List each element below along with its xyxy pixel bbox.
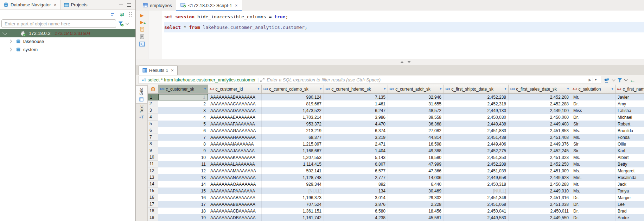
close-icon[interactable]: × <box>171 68 174 73</box>
table-row[interactable]: 66AAAAAAAAGAAAAAAA213,2196,37427,0822,45… <box>148 127 644 134</box>
grid-cell[interactable]: 2,450,288 <box>509 181 571 188</box>
grid-cell[interactable]: 2,451,438 <box>444 134 509 141</box>
apply-filter-icon[interactable]: ▶ <box>588 78 591 82</box>
tab-script-1[interactable]: <172.18.0.2> Script-1 × <box>176 0 242 11</box>
grid-cell[interactable]: 11 <box>158 161 208 167</box>
table-row[interactable]: 1111AAAAAAAALAAAAAAA1,114,4156,80747,999… <box>148 161 644 167</box>
grid-cell[interactable]: 16,598 <box>388 141 444 147</box>
row-number[interactable]: 15 <box>148 188 158 194</box>
table-row[interactable]: 11AAAAAAAABAAAAAAA980,1247,13532,9462,45… <box>148 94 644 100</box>
grid-cell[interactable]: 48,572 <box>388 107 444 114</box>
table-row[interactable]: 1010AAAAAAAAKAAAAAAA1,207,5535,14319,580… <box>148 154 644 161</box>
grid-cell[interactable]: 1,161,742 <box>262 214 324 221</box>
grid-cell[interactable]: 2,452,288 <box>509 100 571 107</box>
grid-cell[interactable]: 707,524 <box>262 201 324 208</box>
filter-funnel-icon[interactable] <box>118 21 124 26</box>
explain-plan-button[interactable] <box>140 34 145 39</box>
minimize-icon[interactable] <box>119 5 123 5</box>
grid-cell[interactable]: AAAAAAAABAAAAAAA <box>208 94 262 100</box>
grid-cell[interactable]: Sir <box>571 121 616 127</box>
grid-cell[interactable]: Dr. <box>571 100 616 107</box>
grid-cell[interactable]: 14,006 <box>388 174 444 181</box>
grid-cell[interactable]: Mr. <box>571 94 616 100</box>
grid-cell[interactable]: 1,461 <box>324 100 388 107</box>
grid-cell[interactable]: 5,143 <box>324 154 388 161</box>
grid-cell[interactable]: 2,452,258 <box>509 161 571 167</box>
grid-cell[interactable]: 2,449,408 <box>509 121 571 127</box>
grid-cell[interactable]: 2,452,238 <box>444 94 509 100</box>
table-row[interactable]: 1414AAAAAAAAOAAAAAAA929,3448926,4402,450… <box>148 181 644 188</box>
table-row[interactable]: 1515AAAAAAAAPAAAAAAA[NULL]13430,469[NULL… <box>148 188 644 194</box>
grid-cell[interactable]: 2,452,245 <box>509 147 571 154</box>
grid-cell[interactable]: 19 <box>158 214 208 221</box>
grid-cell[interactable]: 2,450,041 <box>444 208 509 214</box>
grid-cell[interactable]: 10 <box>158 154 208 161</box>
grid-cell[interactable]: AAAAAAAAOAAAAAAA <box>208 181 262 188</box>
grid-cell[interactable]: 892 <box>324 181 388 188</box>
grid-cell[interactable]: Ms. <box>571 134 616 141</box>
erase-filter-icon[interactable] <box>604 78 610 83</box>
table-row[interactable]: 22AAAAAAAACAAAAAAA819,6671,46131,6552,45… <box>148 100 644 107</box>
grid-cell[interactable]: Rosalinda <box>616 174 644 181</box>
grid-cell[interactable]: Ms. <box>571 127 616 134</box>
grid-cell[interactable]: 1,196,373 <box>262 194 324 201</box>
grid-cell[interactable]: AAAAAAAAMAAAAAAA <box>208 167 262 174</box>
expand-filter-icon[interactable] <box>260 78 264 82</box>
grid-cell[interactable]: 1,215,897 <box>262 141 324 147</box>
column-header-c_customer_id[interactable]: A-zc_customer_id▼ <box>208 85 262 93</box>
grid-cell[interactable]: 2,451,346 <box>444 194 509 201</box>
row-number[interactable]: 17 <box>148 201 158 208</box>
sort-dropdown-icon[interactable]: ▼ <box>611 87 614 91</box>
column-header-c_first_sales_date_sk[interactable]: 123c_first_sales_date_sk▼ <box>509 85 571 93</box>
grid-cell[interactable]: 2,451,853 <box>509 127 571 134</box>
tab-projects[interactable]: Projects <box>60 0 91 10</box>
row-number[interactable]: 12 <box>148 167 158 174</box>
grid-cell[interactable]: 36,368 <box>388 121 444 127</box>
filter-history-dropdown-icon[interactable]: ▼ <box>594 78 597 81</box>
grid-cell[interactable]: [NULL] <box>444 188 509 194</box>
grid-cell[interactable]: AAAAAAAAJAAAAAAA <box>208 147 262 154</box>
column-header-c_salutation[interactable]: A-zc_salutation▼ <box>571 85 616 93</box>
grid-cell[interactable]: 7,135 <box>324 94 388 100</box>
execute-statement-button[interactable]: ▶ <box>140 13 144 18</box>
grid-cell[interactable]: 49,388 <box>388 147 444 154</box>
open-sql-console-button[interactable] <box>139 42 145 47</box>
grid-cell[interactable]: 2,451,408 <box>509 134 571 141</box>
grid-cell[interactable]: 2,451,323 <box>509 154 571 161</box>
grid-cell[interactable]: 2,228 <box>388 201 444 208</box>
grid-cell[interactable]: 2,449,376 <box>509 141 571 147</box>
results-grid[interactable]: 123c_customer_sk▼A-zc_customer_id▼123c_c… <box>148 85 644 221</box>
grid-cell[interactable]: 2,452,288 <box>444 161 509 167</box>
grid-cell[interactable]: 2,777 <box>324 174 388 181</box>
grid-cell[interactable]: 6,247 <box>324 107 388 114</box>
grid-cell[interactable]: 1,361,151 <box>262 208 324 214</box>
grid-cell[interactable]: Sir <box>571 141 616 147</box>
grid-cell[interactable]: AAAAAAAACAAAAAAA <box>208 100 262 107</box>
grid-cell[interactable]: 2 <box>158 100 208 107</box>
grid-cell[interactable]: Jack <box>616 181 644 188</box>
grid-cell[interactable]: Ms. <box>571 167 616 174</box>
maximize-icon[interactable] <box>127 3 131 7</box>
grid-cell[interactable]: Brad <box>616 208 644 214</box>
table-row[interactable]: 77AAAAAAAAHAAAAAAA68,3773,21944,8142,451… <box>148 134 644 141</box>
execute-new-tab-button[interactable]: ▶+ <box>140 20 144 24</box>
grid-cell[interactable]: 3 <box>158 107 208 114</box>
grid-cell[interactable]: 2,451,883 <box>444 127 509 134</box>
editor-results-splitter[interactable] <box>136 59 644 66</box>
tree-item-lakehouse[interactable]: lakehouse <box>0 37 135 45</box>
grid-cell[interactable]: 2,449,580 <box>444 214 509 221</box>
grid-cell[interactable]: 16 <box>158 194 208 201</box>
close-icon[interactable]: × <box>54 2 57 7</box>
grid-cell[interactable]: 6,374 <box>324 127 388 134</box>
grid-cell[interactable]: Dr. <box>571 201 616 208</box>
sash-up-icon[interactable] <box>400 61 404 63</box>
grid-cell[interactable]: 32,946 <box>388 94 444 100</box>
grid-cell[interactable]: 2,449,130 <box>444 107 509 114</box>
table-row[interactable]: 88AAAAAAAAIAAAAAAA1,215,8972,47116,5982,… <box>148 141 644 147</box>
table-row[interactable]: 44AAAAAAAAEAAAAAAA1,703,2143,98639,5582,… <box>148 114 644 121</box>
row-number[interactable]: 1 <box>148 94 158 100</box>
grid-cell[interactable]: 3,876 <box>324 201 388 208</box>
grid-cell[interactable]: Michael <box>616 114 644 121</box>
grid-cell[interactable]: Albert <box>616 154 644 161</box>
grid-cell[interactable]: Karl <box>616 147 644 154</box>
